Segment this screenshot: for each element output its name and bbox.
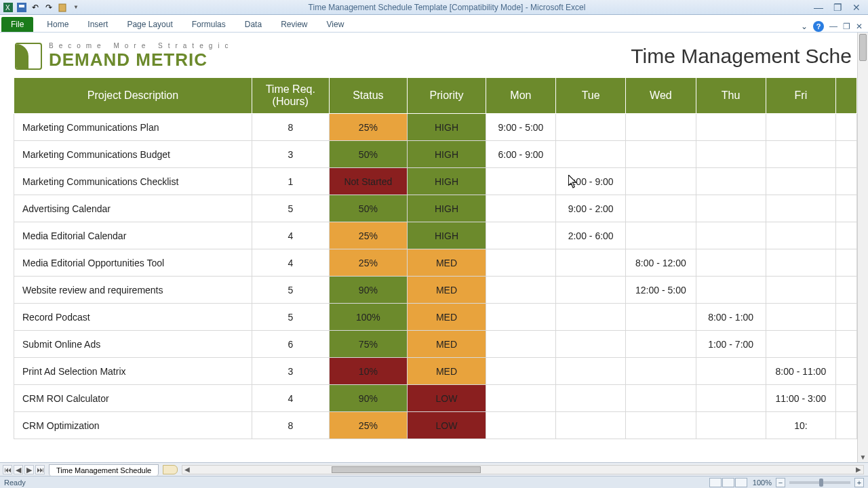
- cell-day[interactable]: [766, 304, 835, 331]
- cell-hours[interactable]: 5: [252, 277, 330, 304]
- cell-hours[interactable]: 4: [252, 385, 330, 412]
- cell-day[interactable]: [626, 141, 696, 168]
- cell-status[interactable]: 25%: [329, 412, 408, 439]
- new-sheet-icon[interactable]: [163, 465, 178, 474]
- table-row[interactable]: Advertising Calendar550%HIGH9:00 - 2:00: [14, 195, 857, 222]
- cell-day[interactable]: [486, 168, 555, 195]
- cell-description[interactable]: Marketing Communications Checklist: [14, 168, 252, 195]
- cell-hours[interactable]: 5: [252, 195, 330, 222]
- tab-page-layout[interactable]: Page Layout: [117, 17, 182, 32]
- cell-priority[interactable]: HIGH: [408, 195, 486, 222]
- cell-hours[interactable]: 6: [252, 331, 330, 358]
- window-minimize-icon[interactable]: ―: [829, 22, 837, 31]
- cell-day[interactable]: 10:: [766, 412, 835, 439]
- window-close-icon[interactable]: ✕: [856, 22, 863, 31]
- cell-day[interactable]: [696, 222, 766, 249]
- cell-day[interactable]: [626, 358, 696, 385]
- header-tue[interactable]: Tue: [556, 78, 626, 114]
- close-button[interactable]: ✕: [850, 3, 863, 12]
- cell-description[interactable]: Print Ad Selection Matrix: [14, 358, 252, 385]
- minimize-button[interactable]: ―: [812, 3, 825, 12]
- restore-button[interactable]: ❐: [831, 3, 844, 12]
- cell-day[interactable]: 8:00 - 1:00: [696, 304, 766, 331]
- cell-day[interactable]: [486, 358, 555, 385]
- header-priority[interactable]: Priority: [408, 78, 486, 114]
- cell-extra[interactable]: [835, 277, 856, 304]
- table-row[interactable]: Website review and requirements590%MED12…: [14, 277, 857, 304]
- table-row[interactable]: CRM Optimization825%LOW10:: [14, 412, 857, 439]
- cell-day[interactable]: 8:00 - 9:00: [556, 168, 626, 195]
- cell-day[interactable]: [556, 114, 626, 141]
- cell-day[interactable]: [696, 277, 766, 304]
- table-row[interactable]: Marketing Communications Checklist1Not S…: [14, 168, 857, 195]
- cell-day[interactable]: [556, 304, 626, 331]
- cell-description[interactable]: Submit Online Ads: [14, 331, 252, 358]
- file-tab[interactable]: File: [1, 17, 33, 32]
- cell-description[interactable]: Media Editorial Calendar: [14, 222, 252, 249]
- cell-day[interactable]: [696, 168, 766, 195]
- cell-description[interactable]: Media Editorial Opportunities Tool: [14, 249, 252, 277]
- cell-day[interactable]: 12:00 - 5:00: [626, 277, 696, 304]
- cell-priority[interactable]: HIGH: [408, 114, 486, 141]
- cell-extra[interactable]: [835, 304, 856, 331]
- cell-extra[interactable]: [835, 141, 856, 168]
- cell-description[interactable]: Marketing Communications Plan: [14, 114, 252, 141]
- page-break-view-icon[interactable]: [735, 478, 747, 487]
- cell-day[interactable]: [696, 385, 766, 412]
- cell-status[interactable]: 25%: [329, 249, 408, 277]
- cell-day[interactable]: [486, 412, 555, 439]
- table-row[interactable]: Submit Online Ads675%MED1:00 - 7:00: [14, 331, 857, 358]
- header-thu[interactable]: Thu: [696, 78, 766, 114]
- tab-data[interactable]: Data: [235, 17, 271, 32]
- cell-day[interactable]: [556, 358, 626, 385]
- zoom-out-button[interactable]: −: [776, 478, 785, 487]
- cell-extra[interactable]: [835, 249, 856, 277]
- undo-icon[interactable]: ↶: [30, 2, 41, 13]
- header-wed[interactable]: Wed: [626, 78, 696, 114]
- cell-day[interactable]: [486, 331, 555, 358]
- cell-priority[interactable]: HIGH: [408, 222, 486, 249]
- cell-priority[interactable]: HIGH: [408, 141, 486, 168]
- cell-day[interactable]: [696, 412, 766, 439]
- cell-status[interactable]: 10%: [329, 358, 408, 385]
- hscroll-right-icon[interactable]: ▶: [854, 466, 863, 474]
- cell-day[interactable]: [556, 277, 626, 304]
- cell-day[interactable]: [696, 141, 766, 168]
- cell-day[interactable]: [766, 331, 835, 358]
- cell-hours[interactable]: 3: [252, 358, 330, 385]
- cell-day[interactable]: [556, 412, 626, 439]
- header-fri[interactable]: Fri: [766, 78, 835, 114]
- cell-day[interactable]: [486, 385, 555, 412]
- table-row[interactable]: Print Ad Selection Matrix310%MED8:00 - 1…: [14, 358, 857, 385]
- cell-day[interactable]: 8:00 - 11:00: [766, 358, 835, 385]
- cell-status[interactable]: 50%: [329, 195, 408, 222]
- cell-priority[interactable]: MED: [408, 358, 486, 385]
- cell-day[interactable]: 11:00 - 3:00: [766, 385, 835, 412]
- cell-status[interactable]: 25%: [329, 222, 408, 249]
- tab-view[interactable]: View: [317, 17, 354, 32]
- header-description[interactable]: Project Description: [14, 78, 252, 114]
- cell-extra[interactable]: [835, 331, 856, 358]
- table-row[interactable]: Marketing Communications Plan825%HIGH9:0…: [14, 114, 857, 141]
- header-hours[interactable]: Time Req. (Hours): [252, 78, 330, 114]
- normal-view-icon[interactable]: [709, 478, 722, 487]
- cell-day[interactable]: [486, 195, 555, 222]
- cell-priority[interactable]: MED: [408, 277, 486, 304]
- zoom-knob[interactable]: [819, 479, 823, 487]
- qat-dropdown-icon[interactable]: ▼: [71, 2, 81, 13]
- cell-day[interactable]: [626, 222, 696, 249]
- cell-status[interactable]: Not Started: [329, 168, 408, 195]
- ribbon-minimize-icon[interactable]: ⌄: [801, 22, 808, 31]
- cell-extra[interactable]: [835, 168, 856, 195]
- cell-day[interactable]: [556, 141, 626, 168]
- sheet-tab-active[interactable]: Time Management Schedule: [49, 464, 159, 476]
- header-mon[interactable]: Mon: [486, 78, 555, 114]
- sheet-nav-arrows[interactable]: ⏮ ◀ ▶ ⏭: [0, 465, 47, 474]
- tab-review[interactable]: Review: [271, 17, 317, 32]
- table-row[interactable]: Record Podcast5100%MED8:00 - 1:00: [14, 304, 857, 331]
- cell-hours[interactable]: 8: [252, 412, 330, 439]
- cell-priority[interactable]: LOW: [408, 385, 486, 412]
- worksheet-body[interactable]: Become More Strategic DEMAND METRIC Time…: [0, 33, 857, 462]
- last-sheet-icon[interactable]: ⏭: [35, 465, 45, 474]
- cell-description[interactable]: Marketing Communications Budget: [14, 141, 252, 168]
